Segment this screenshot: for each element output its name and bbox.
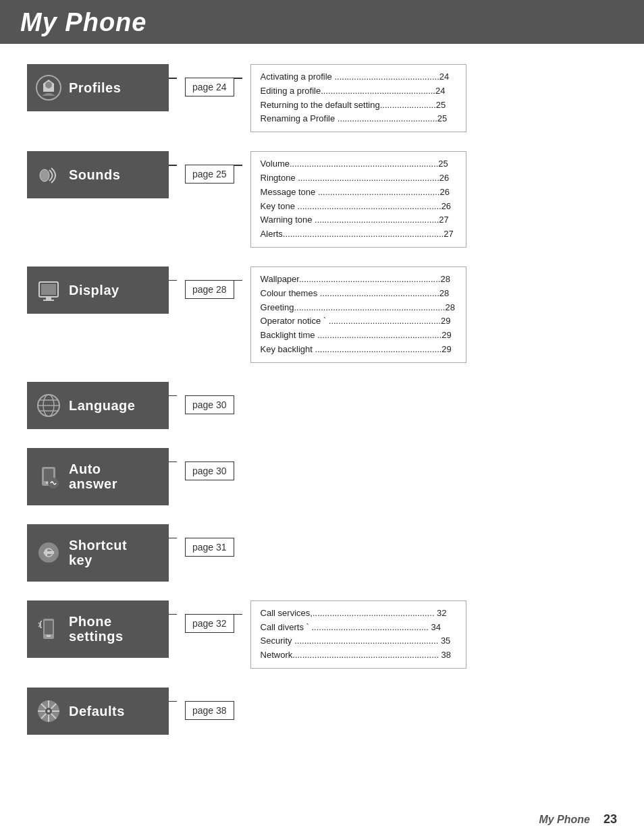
svg-point-2 bbox=[40, 169, 49, 181]
section-phone-settings: Phone settings page 32 Call services,...… bbox=[27, 600, 617, 669]
menu-item-language: Language bbox=[27, 382, 169, 429]
connector2-profiles bbox=[234, 78, 242, 79]
sounds-info-line-4: Key tone ...............................… bbox=[261, 200, 456, 214]
defaults-icon bbox=[34, 696, 63, 726]
shortcut-key-label: Shortcut key bbox=[69, 538, 127, 567]
connector-display bbox=[169, 280, 177, 281]
connector2-sounds bbox=[234, 165, 242, 166]
profiles-icon bbox=[34, 73, 63, 103]
phone-settings-info-line-4: Network.................................… bbox=[261, 648, 456, 663]
display-info-line-2: Colour themes ..........................… bbox=[261, 287, 456, 301]
section-shortcut-key: Shortcut key page 31 bbox=[27, 524, 617, 582]
section-language: Language page 30 bbox=[27, 382, 617, 429]
svg-rect-20 bbox=[47, 635, 51, 637]
svg-rect-5 bbox=[46, 298, 51, 300]
section-display: Display page 28 Wallpaper...............… bbox=[27, 267, 617, 363]
menu-item-defaults: Defaults bbox=[27, 688, 169, 735]
sounds-info-line-1: Volume..................................… bbox=[261, 157, 456, 171]
sounds-info-line-6: Alerts..................................… bbox=[261, 227, 456, 242]
sounds-page-badge: page 25 bbox=[185, 165, 234, 184]
display-info-line-3: Greeting................................… bbox=[261, 301, 456, 315]
connector-sounds bbox=[169, 165, 177, 166]
connector2-display bbox=[234, 280, 242, 281]
display-info-line-1: Wallpaper...............................… bbox=[261, 273, 456, 287]
phone-settings-info-line-3: Security ...............................… bbox=[261, 634, 456, 648]
menu-item-auto-answer: Auto answer bbox=[27, 448, 169, 505]
language-icon bbox=[34, 391, 63, 420]
svg-point-27 bbox=[47, 710, 50, 712]
connector-shortcut-key bbox=[169, 538, 177, 539]
profiles-info-box: Activating a profile ...................… bbox=[250, 64, 466, 132]
svg-point-1 bbox=[45, 82, 52, 88]
footer-page-number: 23 bbox=[603, 812, 617, 827]
phone-settings-page-badge: page 32 bbox=[185, 614, 234, 633]
menu-item-sounds: Sounds bbox=[27, 151, 169, 198]
menu-item-phone-settings: Phone settings bbox=[27, 600, 169, 658]
language-page-badge: page 30 bbox=[185, 395, 234, 414]
connector-profiles bbox=[169, 78, 177, 79]
profiles-page-badge: page 24 bbox=[185, 78, 234, 96]
phone-settings-info-box: Call services,..........................… bbox=[250, 600, 466, 669]
page-header: My Phone bbox=[0, 0, 644, 44]
menu-item-profiles: Profiles bbox=[27, 64, 169, 111]
shortcut-key-page-badge: page 31 bbox=[185, 538, 234, 557]
sounds-info-line-3: Message tone ...........................… bbox=[261, 186, 456, 200]
svg-rect-19 bbox=[45, 621, 53, 634]
svg-rect-6 bbox=[43, 300, 54, 301]
phone-settings-icon bbox=[34, 614, 63, 644]
display-label: Display bbox=[69, 283, 119, 298]
connector-phone-settings bbox=[169, 614, 177, 615]
display-icon bbox=[34, 275, 63, 305]
auto-answer-label: Auto answer bbox=[69, 461, 117, 491]
section-defaults: Defaults page 38 bbox=[27, 688, 617, 735]
profiles-info-line-2: Editing a profile.......................… bbox=[261, 84, 456, 99]
display-info-box: Wallpaper...............................… bbox=[250, 267, 466, 363]
shortcut-key-icon bbox=[34, 538, 63, 567]
auto-answer-page-badge: page 30 bbox=[185, 461, 234, 480]
profiles-info-line-1: Activating a profile ...................… bbox=[261, 70, 456, 84]
menu-item-shortcut-key: Shortcut key bbox=[27, 524, 169, 582]
connector-defaults bbox=[169, 701, 177, 702]
section-sounds: Sounds page 25 Volume...................… bbox=[27, 151, 617, 248]
sounds-info-box: Volume..................................… bbox=[250, 151, 466, 248]
profiles-info-line-3: Returning to the default setting........… bbox=[261, 99, 456, 113]
phone-settings-info-line-2: Call diverts ` .........................… bbox=[261, 621, 456, 635]
connector-auto-answer bbox=[169, 461, 177, 463]
phone-settings-info-line-1: Call services,..........................… bbox=[261, 607, 456, 621]
profiles-info-line-4: Renaming a Profile .....................… bbox=[261, 112, 456, 126]
svg-rect-4 bbox=[41, 284, 56, 295]
phone-settings-label: Phone settings bbox=[69, 614, 124, 644]
sounds-icon bbox=[34, 160, 63, 190]
display-info-line-5: Backlight time .........................… bbox=[261, 329, 456, 343]
page-footer: My Phone 23 bbox=[539, 812, 617, 827]
connector2-phone-settings bbox=[234, 614, 242, 615]
connector-language bbox=[169, 395, 177, 397]
sounds-label: Sounds bbox=[69, 167, 120, 182]
footer-title: My Phone bbox=[539, 814, 590, 826]
profiles-label: Profiles bbox=[69, 80, 121, 95]
display-info-line-6: Key backlight ..........................… bbox=[261, 343, 456, 357]
display-info-line-4: Operator notice ` ......................… bbox=[261, 314, 456, 329]
page-title: My Phone bbox=[20, 8, 624, 37]
menu-item-display: Display bbox=[27, 267, 169, 314]
sounds-info-line-2: Ringtone ...............................… bbox=[261, 171, 456, 186]
sounds-info-line-5: Warning tone ...........................… bbox=[261, 213, 456, 227]
defaults-page-badge: page 38 bbox=[185, 701, 234, 720]
defaults-label: Defaults bbox=[69, 704, 125, 719]
language-label: Language bbox=[69, 398, 135, 413]
section-profiles: Profiles page 24 Activating a profile ..… bbox=[27, 64, 617, 132]
display-page-badge: page 28 bbox=[185, 280, 234, 299]
content-area: Profiles page 24 Activating a profile ..… bbox=[0, 64, 644, 735]
section-auto-answer: Auto answer page 30 bbox=[27, 448, 617, 505]
auto-answer-icon bbox=[34, 461, 63, 491]
